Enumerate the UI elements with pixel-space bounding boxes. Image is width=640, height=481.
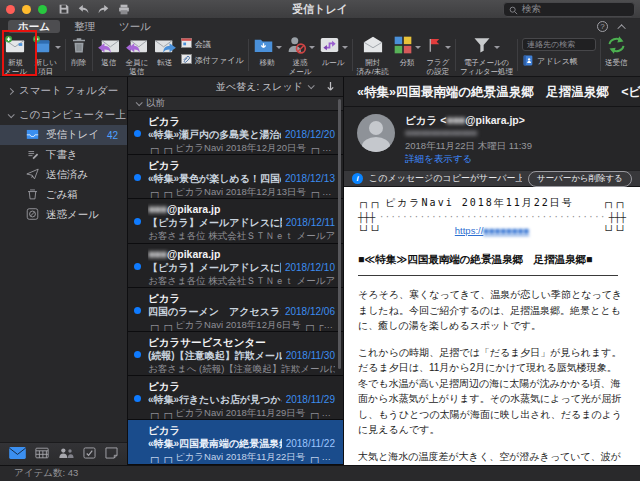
delete-button[interactable]: 削除 [68, 35, 90, 75]
delete-from-server-button[interactable]: サーバーから削除する [528, 171, 632, 187]
chevron-right-icon [7, 87, 14, 94]
sidebar-item-junk[interactable]: 迷惑メール [0, 205, 127, 225]
module-switcher [0, 442, 127, 465]
new-mail-button[interactable]: 新規 メール [2, 35, 29, 75]
chevron-down-icon [136, 99, 143, 106]
status-bar: アイテム数: 43 [0, 465, 640, 481]
sidebar-item-drafts[interactable]: 下書き [0, 145, 127, 165]
reply-button[interactable]: 返信 [95, 35, 123, 75]
contact-search-input[interactable]: 連絡先の検索 [522, 38, 596, 51]
chevron-down-icon [276, 46, 282, 49]
tab-organize[interactable]: 整理 [64, 20, 105, 33]
message-header: ピカラ <■■■@pikara.jp> ■■■■■■■■■■■■■■ 2018年… [344, 107, 640, 170]
folder-sidebar: スマート フォルダー このコンピューター上 受信トレイ 42 下書き 送信済み … [0, 77, 128, 465]
chevron-down-icon [342, 46, 348, 49]
new-items-button[interactable]: 新しい 項目 [29, 35, 63, 75]
sort-bar[interactable]: 並べ替え: スレッド [128, 77, 343, 97]
notes-module-icon[interactable] [105, 445, 118, 463]
address-book-icon [522, 55, 534, 68]
group-header-earlier[interactable]: 以前 [128, 97, 343, 111]
redo-icon[interactable] [98, 4, 109, 14]
show-details-link[interactable]: 詳細を表示する [405, 152, 532, 165]
rules-icon [319, 35, 340, 59]
message-list-item[interactable]: ピカラ 四国のラーメン アクセスランキング <…2018/12/06 ┌┐┌┐ピ… [128, 288, 343, 332]
main-area: スマート フォルダー このコンピューター上 受信トレイ 42 下書き 送信済み … [0, 77, 640, 465]
sent-icon [26, 168, 39, 182]
calendar-module-icon[interactable] [35, 445, 49, 463]
avatar [357, 114, 395, 152]
chevron-down-icon [445, 46, 451, 49]
chevron-down-icon [308, 82, 315, 89]
search-input[interactable]: 検索 [503, 2, 635, 17]
junk-mail-button[interactable]: 迷惑 メール [284, 35, 317, 75]
address-book-button[interactable]: アドレス帳 [522, 55, 596, 68]
categorize-button[interactable]: 分類 [391, 35, 423, 75]
chevron-down-icon [415, 46, 421, 49]
meeting-icon [181, 38, 192, 50]
help-icon[interactable]: ? [597, 21, 608, 32]
sort-direction-icon[interactable] [326, 81, 335, 92]
ascii-art-header: ┌┐┌┐ピカラNavi 2018年11月22日号┌┐┌┐ ┼┼┼········… [358, 196, 626, 238]
search-icon [509, 1, 518, 19]
message-body: ┌┐┌┐ピカラNavi 2018年11月22日号┌┐┌┐ ┼┼┼········… [344, 187, 640, 465]
message-subject: «特集»四国最南端の絶景温泉郷 足摺温泉郷 <ビ… [344, 77, 640, 107]
read-unread-button[interactable]: 開封 済み/未読 [355, 35, 391, 75]
trash-icon [70, 35, 88, 59]
window-controls [6, 5, 47, 14]
zoom-window-button[interactable] [38, 5, 47, 14]
funnel-icon [472, 35, 492, 59]
message-list-item[interactable]: ピカラ «特集»行きたいお店が見つかる！愛媛の…2018/11/29 ┌┐┌┐ピ… [128, 376, 343, 420]
save-icon[interactable] [59, 4, 69, 14]
newsletter-title: ピカラNavi 2018年11月22日号 [385, 196, 574, 211]
attachment-button[interactable]: 添付ファイル [181, 54, 244, 66]
move-button[interactable]: 移動 [251, 35, 284, 75]
minimize-window-button[interactable] [22, 5, 31, 14]
message-list-item[interactable]: ピカラサービスセンター (続報)【注意喚起】詐欺メールにご注…2018/11/3… [128, 332, 343, 376]
print-icon[interactable] [118, 4, 130, 15]
recipient-line-redacted: ■■■■■■■■■■■■■■ [405, 127, 532, 139]
send-receive-icon [606, 35, 627, 59]
reply-icon [97, 35, 121, 59]
sidebar-section-smart-folders[interactable]: スマート フォルダー [0, 81, 127, 101]
message-list-item[interactable]: ■■■@pikara.jp 【ピカラ】メールアドレスに関する変更処…2018/1… [128, 199, 343, 243]
scrollbar[interactable] [338, 99, 341, 369]
message-list-item[interactable]: ピカラ «特集»瀬戸内の多島美と湯治の郷 湯ノ…2018/12/20 ┌┐┌┐ピ… [128, 111, 343, 155]
mail-module-icon[interactable] [9, 445, 26, 463]
chevron-down-icon [55, 46, 61, 49]
send-receive-button[interactable]: 送受信 [603, 35, 630, 75]
sidebar-item-inbox[interactable]: 受信トレイ 42 [0, 125, 127, 145]
reply-all-button[interactable]: 全員に 返信 [123, 35, 151, 75]
categorize-icon [393, 35, 413, 59]
meeting-button[interactable]: 会議 [181, 38, 244, 50]
body-headline: ■≪特集≫四国最南端の絶景温泉郷 足摺温泉郷■ [358, 251, 626, 267]
undo-icon[interactable] [78, 4, 89, 14]
unread-dot [134, 263, 141, 270]
divider [358, 275, 618, 276]
unread-dot [134, 218, 141, 225]
drafts-icon [26, 148, 39, 162]
message-list-item[interactable]: ピカラ «特集»景色が楽しめる！四国の乗りもの…2018/12/13 ┌┐┌┐ピ… [128, 155, 343, 199]
newsletter-link[interactable]: https://■■■■■■■■ [455, 224, 529, 238]
search-placeholder: 検索 [522, 3, 541, 16]
flag-button[interactable]: フラグ の設定 [423, 35, 453, 75]
tab-tools[interactable]: ツール [109, 20, 161, 33]
message-list-item[interactable]: ■■■@pikara.jp 【ピカラ】メールアドレスに関する変更処…2018/1… [128, 244, 343, 288]
move-folder-icon [253, 35, 274, 59]
server-notice-text: このメッセージのコピーがサーバー上にあります。 [369, 172, 522, 185]
unread-dot [134, 130, 141, 137]
forward-button[interactable]: 転送 [151, 35, 179, 75]
tab-home[interactable]: ホーム [8, 20, 60, 33]
collapse-ribbon-icon[interactable] [617, 24, 625, 32]
sidebar-section-on-my-computer[interactable]: このコンピューター上 [0, 105, 127, 125]
people-module-icon[interactable] [58, 445, 74, 463]
ribbon-tab-bar: ホーム 整理 ツール ? [0, 19, 640, 34]
tasks-module-icon[interactable] [83, 445, 96, 463]
filter-email-button[interactable]: 電子メールの フィルター処理 [458, 35, 515, 75]
close-window-button[interactable] [6, 5, 15, 14]
sidebar-item-trash[interactable]: ごみ箱 [0, 185, 127, 205]
server-copy-notice-bar: i このメッセージのコピーがサーバー上にあります。 サーバーから削除する [344, 170, 640, 187]
sort-label: 並べ替え: スレッド [216, 80, 303, 94]
message-list-item-selected[interactable]: ピカラ «特集»四国最南端の絶景温泉郷 足摺…2018/11/22 ┌┐┌┐ピカ… [128, 420, 343, 464]
sidebar-item-sent[interactable]: 送信済み [0, 165, 127, 185]
rules-button[interactable]: ルール [317, 35, 350, 75]
